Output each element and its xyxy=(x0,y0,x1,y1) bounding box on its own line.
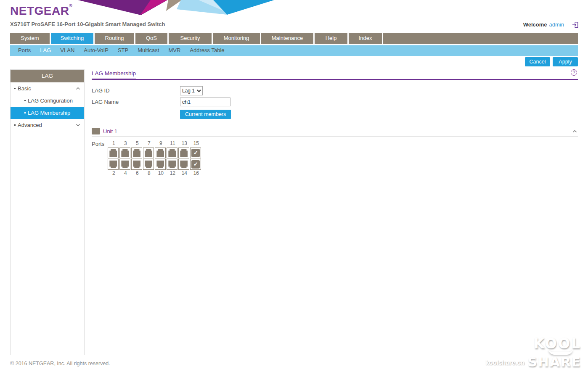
tab-switching[interactable]: Switching xyxy=(51,33,93,44)
help-icon[interactable]: ? xyxy=(571,69,577,76)
port-number: 14 xyxy=(178,170,190,177)
unit-icon xyxy=(92,128,100,134)
copyright-text: © 2016 NETGEAR, Inc. All rights reserved… xyxy=(10,361,110,366)
sidebar-item-lag-configuration[interactable]: LAG Configuration xyxy=(11,95,84,107)
port-8-checkbox[interactable] xyxy=(143,159,154,170)
port-number: 9 xyxy=(155,140,167,148)
nav-filler xyxy=(383,33,578,44)
tab-routing[interactable]: Routing xyxy=(95,33,134,44)
port-numbers-row: 13579111315 xyxy=(108,140,202,148)
lag-id-label: LAG ID xyxy=(92,87,180,94)
port-icon xyxy=(168,161,176,168)
koolshare-watermark: KOOL koolshare.cn SHARE xyxy=(485,338,581,368)
logout-button[interactable] xyxy=(572,21,579,28)
username-link[interactable]: admin xyxy=(549,21,564,28)
port-1-checkbox[interactable] xyxy=(108,148,119,158)
sub-nav: PortsLAGVLANAuto-VoIPSTPMulticastMVRAddr… xyxy=(10,45,578,56)
port-number: 2 xyxy=(108,170,119,177)
chevron-up-icon xyxy=(76,87,80,90)
tab-index[interactable]: Index xyxy=(349,33,382,44)
port-icon xyxy=(145,149,152,157)
smile-icon xyxy=(548,349,573,355)
app-header: NETGEAR® XS716T ProSAFE 16-Port 10-Gigab… xyxy=(0,0,588,33)
cancel-button[interactable]: Cancel xyxy=(525,57,550,66)
port-7-checkbox[interactable] xyxy=(143,148,154,158)
subtab-vlan[interactable]: VLAN xyxy=(56,45,79,56)
port-4-checkbox[interactable] xyxy=(119,159,130,170)
port-15-checkbox[interactable]: ✓ xyxy=(190,148,201,158)
divider xyxy=(568,21,568,28)
banner-graphic xyxy=(76,0,278,18)
port-cells-row: ✓ xyxy=(108,159,202,170)
watermark-line1: KOOL xyxy=(534,338,581,350)
subtab-address-table[interactable]: Address Table xyxy=(185,45,229,56)
lag-id-row: LAG ID Lag 1 xyxy=(92,85,578,96)
port-number: 12 xyxy=(167,170,178,177)
sidebar-item-basic[interactable]: Basic xyxy=(11,82,84,95)
sidebar: LAG BasicLAG ConfigurationLAG Membership… xyxy=(10,69,85,355)
port-number: 1 xyxy=(108,140,119,148)
tab-monitoring[interactable]: Monitoring xyxy=(213,33,260,44)
port-icon xyxy=(180,161,188,168)
port-number: 16 xyxy=(190,170,202,177)
unit-header[interactable]: Unit 1 xyxy=(92,126,578,137)
port-icon xyxy=(168,149,176,157)
watermark-site: koolshare.cn xyxy=(485,359,524,366)
lag-id-select[interactable]: Lag 1 xyxy=(180,86,203,95)
subtab-multicast[interactable]: Multicast xyxy=(133,45,164,56)
port-icon xyxy=(109,149,117,157)
port-icon xyxy=(156,149,164,157)
port-6-checkbox[interactable] xyxy=(131,159,142,170)
subtab-auto-voip[interactable]: Auto-VoIP xyxy=(79,45,113,56)
watermark-line2: SHARE xyxy=(528,356,581,368)
port-number: 11 xyxy=(167,140,178,148)
port-2-checkbox[interactable] xyxy=(108,159,119,170)
port-3-checkbox[interactable] xyxy=(119,148,130,158)
port-12-checkbox[interactable] xyxy=(167,159,177,170)
subtab-lag[interactable]: LAG xyxy=(35,45,56,56)
bullet-icon xyxy=(24,100,26,101)
port-16-checkbox[interactable]: ✓ xyxy=(190,159,201,170)
subtab-ports[interactable]: Ports xyxy=(13,45,35,56)
lag-name-input[interactable] xyxy=(180,98,230,106)
sidebar-item-advanced[interactable]: Advanced xyxy=(11,119,84,131)
port-icon xyxy=(156,161,164,168)
port-14-checkbox[interactable] xyxy=(178,159,189,170)
chevron-up-icon[interactable] xyxy=(572,130,577,133)
ports-label: Ports xyxy=(92,140,104,177)
netgear-logo: NETGEAR® xyxy=(10,3,72,18)
page-title: LAG Membership xyxy=(92,70,136,80)
port-icon xyxy=(180,149,188,157)
port-11-checkbox[interactable] xyxy=(167,148,177,158)
current-members-row: Current members xyxy=(92,108,578,119)
check-icon: ✓ xyxy=(191,149,200,157)
chevron-down-icon xyxy=(76,124,80,127)
port-13-checkbox[interactable] xyxy=(178,148,189,158)
page: NETGEAR® XS716T ProSAFE 16-Port 10-Gigab… xyxy=(0,0,588,369)
port-number: 8 xyxy=(143,170,155,177)
tab-system[interactable]: System xyxy=(10,33,50,44)
sidebar-item-label: LAG Configuration xyxy=(28,98,73,104)
current-members-button[interactable]: Current members xyxy=(180,110,231,119)
port-number: 7 xyxy=(143,140,155,148)
sidebar-items: BasicLAG ConfigurationLAG MembershipAdva… xyxy=(11,82,84,131)
ports-area: Ports 13579111315✓✓246810121416 xyxy=(92,140,578,177)
port-numbers-row: 246810121416 xyxy=(108,170,202,177)
port-9-checkbox[interactable] xyxy=(155,148,166,158)
sidebar-item-lag-membership[interactable]: LAG Membership xyxy=(11,107,84,119)
port-icon xyxy=(133,149,140,157)
welcome-label: Welcome xyxy=(523,21,547,28)
apply-button[interactable]: Apply xyxy=(553,57,578,66)
tab-maintenance[interactable]: Maintenance xyxy=(261,33,313,44)
tab-security[interactable]: Security xyxy=(169,33,212,44)
sidebar-item-label: LAG Membership xyxy=(28,110,70,116)
sidebar-item-label: Basic xyxy=(18,85,31,92)
port-5-checkbox[interactable] xyxy=(131,148,142,158)
ports-grid: 13579111315✓✓246810121416 xyxy=(108,140,202,177)
tab-help[interactable]: Help xyxy=(315,33,347,44)
port-10-checkbox[interactable] xyxy=(155,159,166,170)
subtab-mvr[interactable]: MVR xyxy=(164,45,185,56)
subtab-stp[interactable]: STP xyxy=(113,45,133,56)
tab-qos[interactable]: QoS xyxy=(135,33,167,44)
logout-door-icon xyxy=(572,21,579,28)
